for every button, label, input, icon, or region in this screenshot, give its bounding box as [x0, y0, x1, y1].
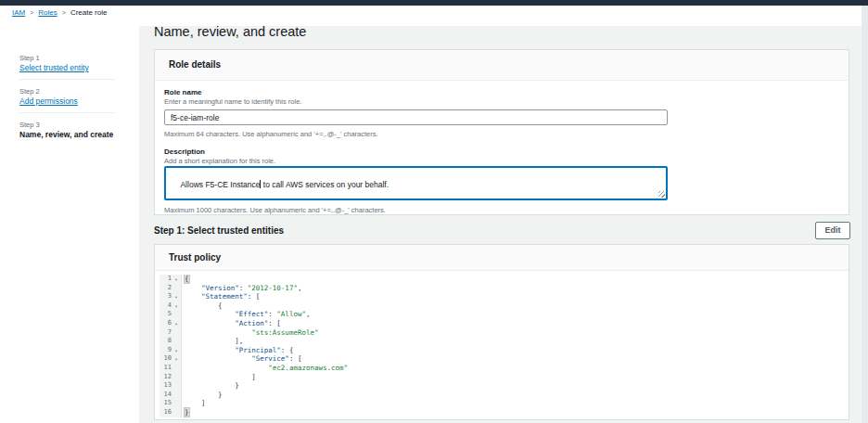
line-number: 1: [160, 275, 172, 284]
breadcrumb-separator-icon: >: [62, 9, 66, 16]
sidebar-divider: [19, 112, 115, 113]
step1-label: Step 1: [19, 54, 40, 62]
line-number: 11: [160, 364, 172, 373]
role-name-constraint: Maximum 64 characters. Use alphanumeric …: [164, 130, 378, 138]
aws-iam-create-role-page: IAM > Roles > Create role Step 1 Select …: [0, 0, 868, 423]
step3-label: Step 3: [19, 121, 40, 129]
description-textarea[interactable]: Allows F5-CE Instance to call AWS servic…: [164, 166, 668, 200]
role-details-header: Role details: [155, 50, 849, 81]
role-name-input[interactable]: [164, 109, 668, 125]
code-line: 14 }: [160, 391, 844, 400]
description-hint: Add a short explanation for this role.: [164, 157, 275, 165]
sidebar-divider: [19, 79, 115, 80]
fold-toggle-icon[interactable]: ▾: [172, 354, 181, 364]
breadcrumb: IAM > Roles > Create role: [12, 8, 107, 17]
code-line: 8 ],: [160, 337, 844, 346]
step2-label: Step 2: [19, 87, 40, 96]
line-number: 7: [160, 328, 172, 338]
code-line: 6▾ "Action": [: [160, 319, 844, 328]
code-line: 9▾ "Principal": {: [160, 346, 844, 355]
line-number: 3: [160, 292, 172, 301]
fold-spacer: [172, 391, 181, 400]
trust-policy-header: Trust policy: [155, 245, 849, 271]
line-number: 8: [160, 337, 172, 346]
fold-spacer: [172, 310, 181, 319]
breadcrumb-separator-icon: >: [30, 9, 33, 16]
line-number: 12: [160, 373, 172, 382]
breadcrumb-link-roles[interactable]: Roles: [38, 8, 57, 17]
page-scrollbar[interactable]: [862, 6, 868, 423]
edit-button[interactable]: Edit: [815, 222, 850, 239]
description-constraint: Maximum 1000 characters. Use alphanumeri…: [164, 206, 386, 214]
code-line: 13 }: [160, 381, 844, 391]
line-number: 2: [160, 284, 172, 293]
role-name-hint: Enter a meaningful name to identify this…: [164, 97, 301, 106]
sidebar-item-name-review-create: Name, review, and create: [19, 130, 113, 139]
code-line: 4▾ {: [160, 301, 844, 311]
trust-policy-code-editor[interactable]: 1▾{2 "Version": "2012-10-17",3▾ "Stateme…: [160, 275, 844, 417]
fold-toggle-icon[interactable]: ▾: [172, 275, 181, 284]
breadcrumb-link-iam[interactable]: IAM: [12, 8, 25, 17]
code-line: 12 ]: [160, 373, 844, 382]
fold-toggle-icon[interactable]: ▾: [172, 301, 181, 311]
description-label: Description: [164, 147, 205, 156]
code-line: 7 "sts:AssumeRole": [160, 328, 844, 338]
sidebar-item-select-trusted-entity[interactable]: Select trusted entity: [19, 63, 89, 72]
fold-spacer: [172, 408, 181, 417]
fold-spacer: [172, 284, 181, 293]
code-line: 11 "ec2.amazonaws.com": [160, 364, 844, 373]
code-line: 5 "Effect": "Allow",: [160, 310, 844, 319]
code-line: 16}: [160, 408, 844, 417]
line-number: 5: [160, 310, 172, 319]
breadcrumb-current: Create role: [70, 8, 108, 17]
fold-spacer: [172, 373, 181, 382]
code-line: 15 ]: [160, 399, 844, 408]
code-line: 2 "Version": "2012-10-17",: [160, 284, 844, 293]
fold-toggle-icon[interactable]: ▾: [172, 346, 181, 355]
fold-toggle-icon[interactable]: ▾: [172, 319, 181, 328]
trust-policy-card: Trust policy 1▾{2 "Version": "2012-10-17…: [154, 244, 849, 420]
steps-sidebar: Step 1 Select trusted entity Step 2 Add …: [0, 26, 139, 423]
line-number: 6: [160, 319, 172, 328]
fold-spacer: [172, 399, 181, 408]
fold-spacer: [172, 337, 181, 346]
page-title: Name, review, and create: [154, 24, 306, 39]
line-number: 16: [160, 408, 172, 417]
line-number: 10: [160, 354, 172, 364]
fold-spacer: [172, 381, 181, 391]
role-name-label: Role name: [164, 88, 201, 96]
line-number: 13: [160, 381, 172, 391]
line-number: 4: [160, 301, 172, 311]
sidebar-item-add-permissions[interactable]: Add permissions: [19, 96, 78, 106]
code-line: 3▾ "Statement": [: [160, 292, 844, 301]
line-number: 9: [160, 346, 172, 355]
line-number: 15: [160, 399, 172, 408]
line-number: 14: [160, 391, 172, 400]
code-line: 1▾{: [160, 275, 844, 284]
textarea-resize-handle[interactable]: [658, 191, 665, 198]
fold-spacer: [172, 328, 181, 338]
fold-spacer: [172, 364, 181, 373]
fold-toggle-icon[interactable]: ▾: [172, 292, 181, 301]
code-line: 10▾ "Service": [: [160, 354, 844, 364]
description-text-before-caret: Allows F5-CE Instance: [180, 180, 260, 189]
description-text-after-caret: to call AWS services on your behalf.: [261, 180, 389, 189]
console-top-bar: [0, 0, 868, 6]
step1-section-heading: Step 1: Select trusted entities: [154, 225, 284, 236]
